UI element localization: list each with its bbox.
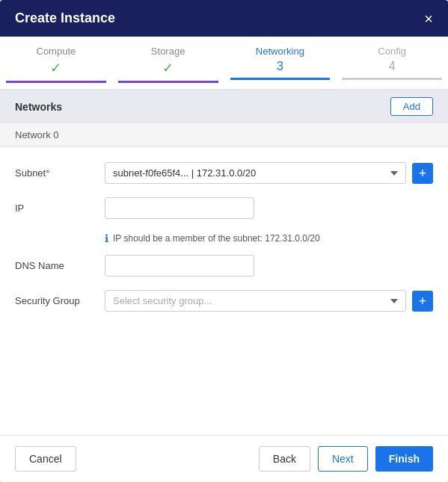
step-networking-indicator: 3 [230,60,331,73]
step-networking[interactable]: Networking 3 [224,37,337,89]
security-group-row: Security Group Select security group... … [15,290,433,312]
step-storage[interactable]: Storage ✓ [112,37,224,89]
step-compute-indicator: ✓ [6,60,106,76]
step-config-indicator: 4 [342,60,442,73]
networks-title: Networks [15,101,62,113]
finish-button[interactable]: Finish [375,446,433,472]
ip-label: IP [15,197,105,214]
step-config-label: Config [342,46,442,57]
form-body: Subnet* subnet-f0fe65f4... | 172.31.0.0/… [0,147,448,435]
next-button[interactable]: Next [318,446,368,472]
ip-hint-text: IP should be a member of the subnet: 172… [113,233,320,244]
network0-label: Network 0 [15,129,59,140]
cancel-button[interactable]: Cancel [15,446,76,472]
step-compute[interactable]: Compute ✓ [0,37,112,89]
subnet-row: Subnet* subnet-f0fe65f4... | 172.31.0.0/… [15,162,433,184]
subnet-label: Subnet* [15,162,105,179]
dns-control-wrap [105,255,433,276]
subnet-select[interactable]: subnet-f0fe65f4... | 172.31.0.0/20 [105,162,406,184]
add-network-button[interactable]: Add [390,97,433,116]
step-storage-indicator: ✓ [118,60,218,76]
info-icon: ℹ [105,232,108,244]
ip-hint-row: ℹ IP should be a member of the subnet: 1… [105,232,433,244]
subnet-control-wrap: subnet-f0fe65f4... | 172.31.0.0/20 + [105,162,433,184]
subnet-required: * [46,167,49,179]
security-group-label: Security Group [15,290,105,306]
security-group-control-wrap: Select security group... + [105,290,433,312]
dns-input[interactable] [105,255,254,276]
step-storage-label: Storage [118,46,218,57]
security-group-select[interactable]: Select security group... [105,290,406,312]
ip-control-wrap [105,197,433,219]
ip-row: IP [15,197,433,219]
networks-section-header: Networks Add [0,90,448,123]
step-networking-label: Networking [230,46,331,57]
security-group-add-button[interactable]: + [412,291,433,312]
create-instance-modal: Create Instance × Compute ✓ Storage ✓ Ne… [0,0,448,482]
step-compute-label: Compute [6,46,106,57]
dns-label: DNS Name [15,255,105,271]
steps-bar: Compute ✓ Storage ✓ Networking 3 Config … [0,37,448,90]
step-config[interactable]: Config 4 [336,37,448,89]
ip-input[interactable] [105,197,254,219]
back-button[interactable]: Back [259,446,310,472]
close-button[interactable]: × [424,11,433,26]
network0-header: Network 0 [0,123,448,147]
modal-title: Create Instance [15,10,115,26]
modal-header: Create Instance × [0,0,448,37]
footer-right: Back Next Finish [259,446,433,472]
modal-footer: Cancel Back Next Finish [0,435,448,482]
dns-row: DNS Name [15,255,433,276]
subnet-add-button[interactable]: + [412,163,433,184]
